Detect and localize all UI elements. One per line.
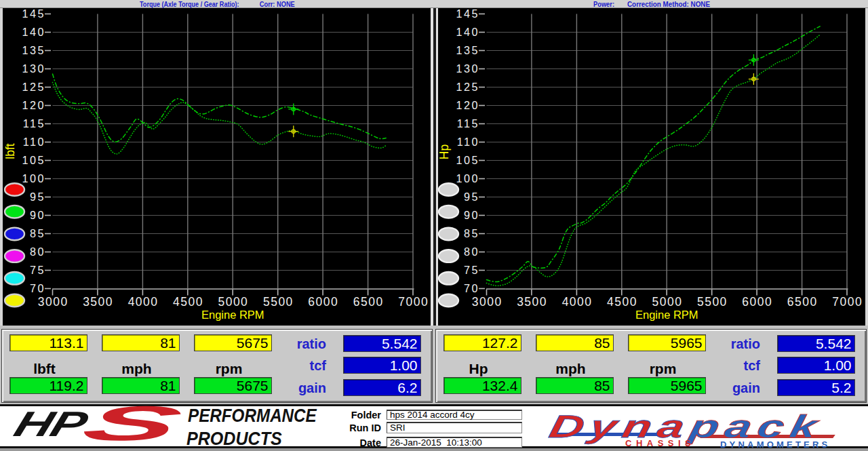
svg-text:6000: 6000 (742, 295, 772, 309)
svg-text:140: 140 (456, 26, 479, 38)
svg-text:4500: 4500 (607, 295, 637, 309)
svg-text:3500: 3500 (83, 295, 113, 309)
svg-text:Power:: Power: (593, 1, 614, 8)
svg-text:5000: 5000 (652, 295, 683, 309)
svg-text:85: 85 (464, 227, 479, 239)
svg-text:85: 85 (30, 227, 45, 239)
svg-text:6500: 6500 (353, 295, 384, 309)
svg-text:105: 105 (22, 154, 45, 166)
svg-text:4500: 4500 (173, 295, 203, 309)
svg-text:Corr: NONE: Corr: NONE (260, 1, 295, 8)
svg-text:110: 110 (23, 136, 45, 148)
svg-text:Torque (Axle Torque / Gear Rat: Torque (Axle Torque / Gear Ratio): (140, 1, 239, 8)
svg-text:135: 135 (22, 44, 45, 56)
svg-text:95: 95 (464, 191, 479, 203)
svg-text:75: 75 (30, 264, 45, 276)
svg-text:Correction Method: NONE: Correction Method: NONE (627, 1, 710, 8)
svg-text:80: 80 (30, 246, 45, 258)
svg-text:6500: 6500 (787, 295, 818, 309)
svg-text:100: 100 (456, 172, 479, 184)
svg-text:4000: 4000 (128, 295, 159, 309)
svg-text:145: 145 (456, 7, 479, 20)
svg-text:135: 135 (456, 44, 479, 56)
svg-text:lbft: lbft (3, 143, 17, 159)
svg-text:125: 125 (22, 81, 45, 93)
svg-text:120: 120 (22, 99, 45, 111)
svg-text:5500: 5500 (263, 295, 294, 309)
svg-text:7000: 7000 (398, 295, 429, 309)
svg-text:110: 110 (457, 136, 479, 148)
svg-text:3500: 3500 (517, 295, 547, 309)
svg-text:Hp: Hp (437, 144, 451, 159)
svg-text:4000: 4000 (562, 295, 593, 309)
svg-text:Engine RPM: Engine RPM (635, 309, 698, 321)
svg-text:100: 100 (22, 172, 45, 184)
svg-text:6000: 6000 (308, 295, 338, 309)
svg-text:125: 125 (456, 81, 479, 93)
svg-text:130: 130 (22, 62, 45, 75)
svg-text:3000: 3000 (472, 295, 502, 309)
svg-text:90: 90 (464, 209, 479, 221)
svg-text:70: 70 (464, 282, 479, 294)
svg-text:70: 70 (30, 282, 45, 294)
svg-text:3000: 3000 (38, 295, 68, 309)
svg-text:75: 75 (464, 264, 479, 276)
svg-text:145: 145 (22, 7, 45, 20)
svg-text:90: 90 (30, 209, 45, 221)
svg-text:120: 120 (456, 99, 479, 111)
svg-text:115: 115 (23, 117, 45, 130)
svg-text:130: 130 (456, 62, 479, 75)
svg-text:80: 80 (464, 246, 479, 258)
svg-text:5500: 5500 (697, 295, 728, 309)
svg-text:95: 95 (30, 191, 45, 203)
svg-text:7000: 7000 (832, 295, 863, 309)
svg-text:105: 105 (456, 154, 479, 166)
svg-text:140: 140 (22, 26, 45, 38)
svg-text:Engine RPM: Engine RPM (201, 309, 264, 321)
svg-text:115: 115 (457, 117, 479, 130)
svg-text:5000: 5000 (218, 295, 248, 309)
